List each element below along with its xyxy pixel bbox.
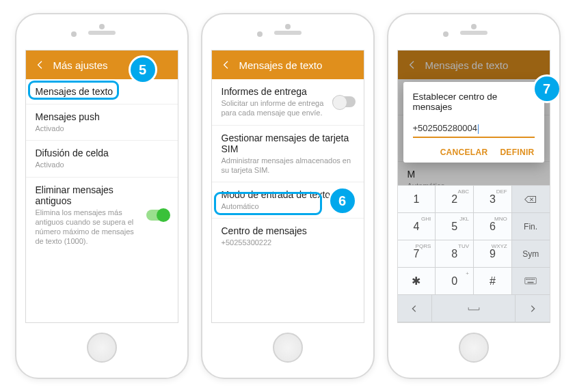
key-space[interactable] bbox=[432, 295, 516, 322]
row-subtitle: Activado bbox=[36, 124, 168, 133]
row-title: Centro de mensajes bbox=[222, 225, 354, 236]
toggle-off[interactable] bbox=[332, 96, 356, 107]
message-center-input[interactable]: +502505280004 bbox=[413, 120, 535, 138]
confirm-button[interactable]: DEFINIR bbox=[500, 148, 534, 157]
svg-rect-7 bbox=[528, 281, 534, 283]
key-sym[interactable]: Sym bbox=[512, 240, 550, 268]
phone-middle: Mensajes de texto Informes de entrega So… bbox=[201, 13, 375, 379]
row-mensajes-push[interactable]: Mensajes push Activado bbox=[26, 104, 178, 141]
key-backspace[interactable] bbox=[512, 186, 550, 213]
svg-rect-4 bbox=[531, 279, 532, 280]
key-keyboard-icon[interactable] bbox=[512, 268, 550, 295]
key-4[interactable]: 4GHI bbox=[398, 213, 436, 240]
key-hash[interactable]: # bbox=[474, 268, 512, 295]
key-7[interactable]: 7PQRS bbox=[398, 240, 436, 268]
svg-rect-2 bbox=[528, 279, 529, 280]
key-3[interactable]: 3DEF bbox=[474, 186, 512, 213]
row-title: Eliminar mensajes antiguos bbox=[36, 184, 141, 206]
svg-rect-1 bbox=[526, 279, 527, 280]
home-button[interactable] bbox=[87, 333, 117, 363]
row-eliminar-antiguos[interactable]: Eliminar mensajes antiguos Elimina los m… bbox=[26, 178, 178, 253]
step-badge-7: 7 bbox=[533, 74, 561, 103]
key-1[interactable]: 1 bbox=[398, 186, 436, 213]
key-left-arrow-icon[interactable] bbox=[398, 295, 433, 322]
sensor-dot bbox=[71, 31, 77, 37]
dialog-buttons: CANCELAR DEFINIR bbox=[413, 148, 535, 157]
key-5[interactable]: 5JKL bbox=[436, 213, 474, 240]
header-title: Mensajes de texto bbox=[239, 59, 323, 71]
key-2[interactable]: 2ABC bbox=[436, 186, 474, 213]
row-title: Gestionar mensajes de tarjeta SIM bbox=[222, 132, 354, 154]
row-title: Mensajes push bbox=[36, 111, 168, 122]
screen-left: Más ajustes Mensajes de texto Mensajes p… bbox=[25, 50, 178, 323]
sensor-dot bbox=[443, 31, 449, 37]
key-done[interactable]: Fin. bbox=[512, 213, 550, 240]
row-title: Difusión de celda bbox=[36, 148, 168, 158]
cancel-button[interactable]: CANCELAR bbox=[440, 148, 488, 157]
row-subtitle: Solicitar un informe de entrega para cad… bbox=[222, 98, 327, 118]
row-subtitle: +50255300222 bbox=[222, 238, 354, 247]
phone-left: Más ajustes Mensajes de texto Mensajes p… bbox=[15, 13, 189, 379]
camera-dot bbox=[99, 24, 105, 29]
settings-list: Mensajes de texto Mensajes push Activado… bbox=[26, 79, 178, 322]
svg-rect-5 bbox=[532, 279, 533, 280]
sensor-dot bbox=[257, 31, 263, 37]
header-title: Más ajustes bbox=[53, 59, 108, 71]
phone-right: Mensajes de texto Informes de entrega G … bbox=[387, 13, 561, 379]
back-arrow-icon[interactable] bbox=[220, 59, 232, 71]
row-title: Informes de entrega bbox=[222, 86, 327, 97]
home-button[interactable] bbox=[459, 333, 489, 363]
camera-dot bbox=[471, 24, 477, 29]
key-6[interactable]: 6MNO bbox=[474, 213, 512, 240]
app-header: Mensajes de texto bbox=[212, 51, 364, 79]
row-mensajes-de-texto[interactable]: Mensajes de texto bbox=[26, 79, 178, 104]
row-title: Mensajes de texto bbox=[36, 86, 168, 97]
back-arrow-icon[interactable] bbox=[34, 59, 46, 71]
svg-rect-6 bbox=[534, 279, 535, 280]
row-centro-mensajes[interactable]: Centro de mensajes +50255300222 bbox=[212, 219, 364, 254]
key-8[interactable]: 8TUV bbox=[436, 240, 474, 268]
set-message-center-dialog: Establecer centro de mensajes +502505280… bbox=[403, 82, 544, 163]
svg-rect-0 bbox=[525, 277, 537, 283]
key-0[interactable]: 0+ bbox=[436, 268, 474, 295]
row-subtitle: Activado bbox=[36, 160, 168, 169]
text-cursor bbox=[478, 124, 479, 134]
svg-rect-3 bbox=[529, 279, 531, 280]
row-subtitle: Administrar mensajes almacenados en su t… bbox=[222, 156, 354, 176]
step-badge-6: 6 bbox=[328, 186, 357, 215]
key-9[interactable]: 9WXYZ bbox=[474, 240, 512, 268]
row-difusion-celda[interactable]: Difusión de celda Activado bbox=[26, 141, 178, 177]
row-gestionar-sim[interactable]: Gestionar mensajes de tarjeta SIM Admini… bbox=[212, 126, 364, 183]
numeric-keyboard: 1 2ABC 3DEF 4GHI 5JKL 6MNO Fin. 7PQRS 8T… bbox=[398, 185, 550, 322]
screen-right: Mensajes de texto Informes de entrega G … bbox=[397, 50, 550, 323]
key-right-arrow-icon[interactable] bbox=[516, 295, 550, 322]
toggle-on[interactable] bbox=[146, 210, 170, 221]
row-subtitle: Elimina los mensajes más antiguos cuando… bbox=[36, 208, 141, 247]
input-value: +50250528000 bbox=[413, 123, 472, 133]
home-button[interactable] bbox=[273, 333, 303, 363]
row-informes-entrega[interactable]: Informes de entrega Solicitar un informe… bbox=[212, 79, 364, 126]
step-badge-5: 5 bbox=[129, 55, 157, 84]
key-star[interactable]: ✱ bbox=[398, 268, 436, 295]
dialog-title: Establecer centro de mensajes bbox=[413, 92, 535, 112]
input-last-char: 4 bbox=[472, 123, 477, 133]
camera-dot bbox=[285, 24, 291, 29]
